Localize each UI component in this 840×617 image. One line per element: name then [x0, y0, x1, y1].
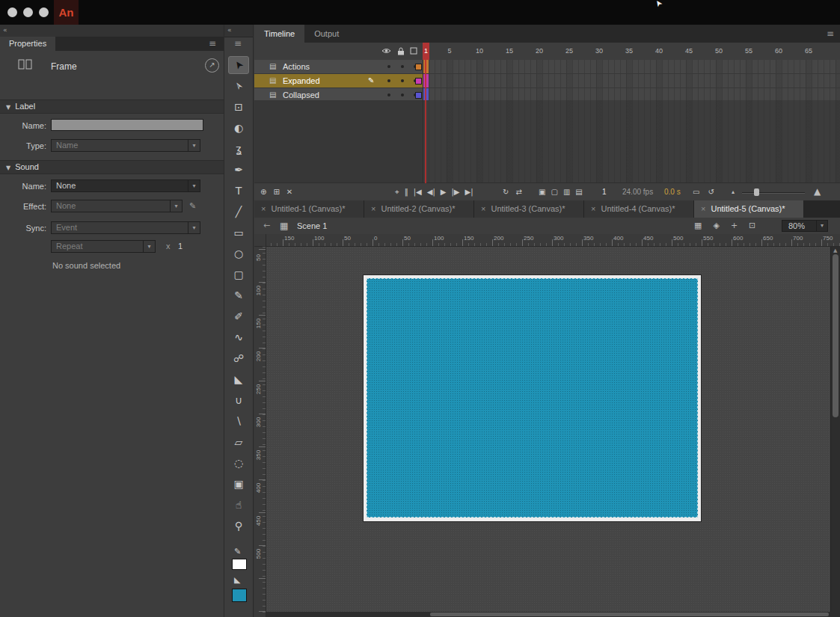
minimize-window-button[interactable] [23, 7, 33, 17]
pause-icon[interactable]: ‖ [405, 183, 408, 200]
timeline-zoom-out-icon[interactable]: ▴ [732, 183, 735, 200]
visibility-dot[interactable] [387, 79, 390, 82]
close-tab-icon[interactable]: × [481, 204, 485, 213]
step-forward-icon[interactable]: |▶ [451, 183, 459, 200]
scene-name[interactable]: Scene 1 [297, 218, 327, 234]
tool-subselection[interactable]: ➢ [224, 76, 253, 96]
horizontal-scrollbar[interactable] [266, 612, 830, 617]
frame-range-icon[interactable]: ▭ [693, 183, 699, 200]
label-section-header[interactable]: ▼Label [0, 99, 224, 114]
delete-layer-icon[interactable]: ✕ [286, 183, 292, 200]
tab-properties[interactable]: Properties [0, 37, 55, 51]
visibility-dot[interactable] [387, 65, 390, 68]
frame-ruler[interactable]: 1 5101520253035404550556065 [423, 43, 840, 60]
sound-effect-dropdown[interactable]: None ▾ [51, 200, 183, 212]
play-icon[interactable]: ▶ [441, 183, 447, 200]
sound-repeat-dropdown[interactable]: Repeat ▾ [51, 240, 156, 253]
close-tab-icon[interactable]: × [371, 204, 375, 213]
tool-text[interactable]: T [224, 180, 253, 201]
tool-polystar[interactable]: ▢ [224, 264, 253, 285]
tool-ink-bottle[interactable]: ∪ [224, 390, 253, 411]
collapse-panel-icon[interactable]: « [3, 26, 7, 34]
panel-menu-icon[interactable]: ≡ [209, 38, 216, 49]
tool-pen[interactable]: ✒ [224, 159, 253, 180]
lock-icon[interactable] [397, 47, 405, 57]
scroll-up-arrow-icon[interactable]: ▲ [833, 248, 837, 254]
document-tab-1[interactable]: ×Untitled-1 (Canvas)* [254, 200, 364, 218]
tools-menu-icon[interactable]: ≡ [234, 38, 242, 49]
tool-hand[interactable]: ☝ [224, 494, 253, 515]
tool-pencil[interactable]: ✎ [224, 285, 253, 306]
label-name-input[interactable] [51, 119, 203, 131]
close-tab-icon[interactable]: × [261, 204, 266, 213]
onion-skin-icon[interactable]: ▣ [539, 183, 545, 200]
document-tab-4[interactable]: ×Untitled-4 (Canvas)* [584, 200, 694, 218]
new-layer-icon[interactable]: ⊕ [260, 183, 266, 200]
tool-eyedropper[interactable]: ∖ [224, 411, 253, 432]
tool-free-transform[interactable]: ⊡ [224, 96, 253, 117]
pasteboard[interactable] [266, 247, 830, 612]
tool-rectangle[interactable]: ▭ [224, 222, 253, 243]
onion-skin-outlines-icon[interactable]: ▢ [551, 183, 557, 200]
tool-paint-bucket[interactable]: ◣ [224, 369, 253, 390]
modify-markers-icon[interactable]: ▤ [575, 183, 582, 200]
playhead[interactable]: 1 [423, 43, 429, 60]
timeline-zoom-in-icon[interactable]: ▲ [814, 183, 821, 200]
lock-dot[interactable] [401, 79, 404, 82]
reset-timeline-zoom-icon[interactable]: ↺ [708, 183, 714, 200]
tab-timeline[interactable]: Timeline [254, 25, 304, 43]
tool-selection[interactable]: ➤ [228, 56, 249, 74]
timeline-zoom-slider[interactable] [742, 192, 805, 194]
tool-paint-brush[interactable]: ∿ [224, 327, 253, 348]
tool-eraser[interactable]: ▱ [224, 432, 253, 452]
vertical-scrollbar-thumb[interactable] [833, 254, 839, 417]
tool-line[interactable]: ╱ [224, 201, 253, 222]
label-type-dropdown[interactable]: Name ▾ [51, 139, 200, 152]
playhead-line[interactable] [425, 43, 426, 183]
layer-row-actions[interactable]: ▤Actions [254, 60, 840, 74]
document-tab-5[interactable]: ×Untitled-5 (Canvas)* [694, 200, 804, 218]
edit-symbols-icon[interactable]: ◈ [713, 218, 719, 234]
stroke-color-swatch[interactable] [232, 559, 247, 570]
document-tab-3[interactable]: ×Untitled-3 (Canvas)* [474, 200, 584, 218]
tab-output[interactable]: Output [304, 25, 349, 43]
layer-info[interactable]: ▤Actions [254, 60, 423, 73]
timeline-zoom-slider-thumb[interactable] [754, 188, 759, 196]
tool-oval[interactable]: ○ [224, 243, 253, 264]
close-tab-icon[interactable]: × [701, 204, 705, 213]
timeline-menu-icon[interactable]: ≡ [827, 28, 834, 39]
center-stage-icon[interactable]: + [731, 218, 738, 234]
visibility-eye-icon[interactable] [381, 47, 391, 56]
tool-camera[interactable]: ▣ [224, 473, 253, 494]
tool-zoom[interactable]: ⚲ [224, 515, 253, 536]
layer-frames[interactable] [423, 74, 840, 88]
close-window-button[interactable] [7, 7, 17, 17]
stroke-color-pencil-icon[interactable]: ✎ [234, 547, 241, 556]
zoom-window-button[interactable] [39, 7, 49, 17]
visibility-dot[interactable] [387, 93, 390, 96]
clip-content-icon[interactable]: ⊡ [749, 218, 755, 234]
tool-gradient-transform[interactable]: ◐ [224, 117, 253, 138]
step-back-icon[interactable]: ◀| [427, 183, 435, 200]
new-folder-icon[interactable]: ⊞ [273, 183, 279, 200]
close-tab-icon[interactable]: × [591, 204, 595, 213]
stage-zoom-dropdown[interactable]: 80% ▾ [782, 220, 828, 232]
collapse-panel-icon[interactable]: « [227, 26, 231, 34]
layer-info[interactable]: ▤Expanded✎ [254, 74, 423, 88]
lock-dot[interactable] [401, 65, 404, 68]
play-range-icon[interactable]: ⇄ [515, 183, 521, 200]
go-to-last-frame-icon[interactable]: ▶| [465, 183, 473, 200]
edit-multiple-frames-icon[interactable]: ▥ [563, 183, 570, 200]
layer-frames[interactable] [423, 60, 840, 73]
tool-asset-warp[interactable]: ◌ [224, 452, 253, 473]
tool-lasso[interactable]: ʓ [224, 138, 253, 159]
sound-section-header[interactable]: ▼Sound [0, 160, 224, 174]
edit-scene-icon[interactable]: ▦ [694, 218, 702, 234]
frame-grid[interactable] [423, 100, 840, 183]
outline-icon[interactable] [410, 47, 417, 56]
loop-playback-icon[interactable]: ↻ [503, 183, 509, 200]
fill-color-swatch[interactable] [232, 589, 247, 602]
repeat-count-value[interactable]: 1 [178, 242, 183, 251]
frame-rate-indicator[interactable]: 24.00 fps [622, 183, 653, 200]
back-arrow-icon[interactable]: ← [263, 218, 270, 234]
